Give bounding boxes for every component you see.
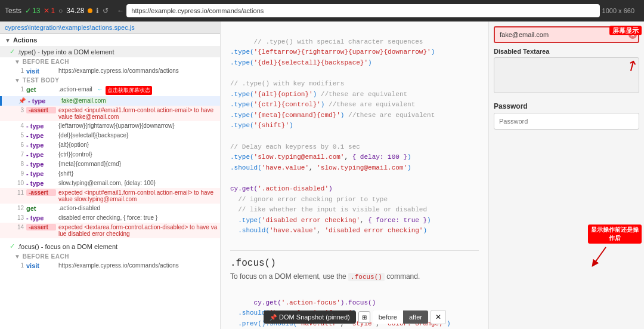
annotation-arrow-3 — [588, 246, 642, 272]
cmd-num-6: 6 — [14, 142, 24, 148]
cmd-val-type-4: {alt}{option} — [58, 142, 89, 148]
bottom-bar: 📌 DOM Snapshot (pinned) ⊞ before after ✕ — [221, 305, 489, 329]
left-panel: cypress\integration\examples\actions.spe… — [0, 21, 221, 329]
section-actions[interactable]: ▼ Actions — [0, 34, 220, 46]
url-bar[interactable]: https://example.cypress.io/commands/acti… — [126, 4, 599, 17]
test-body-label: ▼ TEST BODY — [0, 76, 220, 85]
cmd-row-type-7[interactable]: 9 - type {shift} — [0, 169, 220, 179]
elapsed-time: 34.28 — [66, 7, 84, 15]
cmd-num-5: 5 — [14, 132, 24, 139]
cmd-val-assert-2: expected <input#email1.form-control.acti… — [58, 189, 218, 202]
cmd-row-assert-3[interactable]: 14 -assert expected <textarea.form-contr… — [0, 223, 220, 238]
x-icon: ✕ — [44, 7, 49, 15]
cmd-num-9: 9 — [14, 170, 24, 177]
cmd-val-type-2: {leftarrow}{rightarrow}{uparrow}{downarr… — [58, 122, 175, 129]
cmd-name-assert-2: -assert — [26, 189, 56, 196]
url-text: https://example.cypress.io/commands/acti… — [131, 7, 264, 14]
cmd-row-type-9[interactable]: 13 - type disabled error checking, { for… — [0, 213, 220, 223]
cmd-name-type-2: - type — [26, 122, 56, 130]
cmd-val-type-5: {ctrl}{control} — [58, 151, 92, 158]
annotation-before-after: 显示操作前还是操作后 — [588, 225, 642, 272]
annotation-screen-display: 屏幕显示 — [609, 26, 642, 35]
password-label: Password — [494, 102, 639, 110]
right-panel: ✕ 屏幕显示 Disabled Textarea ↗ Password 显示操作… — [489, 21, 644, 329]
before-each-label-2: ▼ BEFORE EACH — [0, 252, 220, 261]
cmd-name-get: get — [26, 86, 56, 93]
top-bar-title: Tests — [5, 7, 21, 15]
preview-area: ✕ 屏幕显示 Disabled Textarea ↗ Password 显示操作… — [489, 21, 644, 134]
url-area: ← https://example.cypress.io/commands/ac… — [117, 4, 634, 17]
annotation-arrow: ← — [97, 86, 103, 93]
test-type-label: .type() - type into a DOM element — [17, 48, 114, 56]
cmd-num-3: 3 — [14, 107, 24, 113]
cmd-row-type-active[interactable]: 📌 - type fake@email.com — [0, 96, 220, 106]
cmd-val-assert-1: expected <input#email1.form-control.acti… — [58, 107, 218, 120]
cmd-val-type-3: {del}{selectall}{backspace} — [58, 132, 128, 139]
cmd-row-type-4[interactable]: 6 - type {alt}{option} — [0, 140, 220, 150]
cmd-num-12: 12 — [14, 205, 24, 211]
cmd-name-assert-3: -assert — [26, 224, 56, 230]
password-section: Password — [494, 102, 639, 130]
cmd-row-type-2[interactable]: 4 - type {leftarrow}{rightarrow}{uparrow… — [0, 121, 220, 131]
cmd-num-1: 1 — [14, 67, 24, 74]
cmd-row-assert-2[interactable]: 11 -assert expected <input#email1.form-c… — [0, 188, 220, 204]
focus-section-desc: To focus on a DOM element, use the .focu… — [230, 271, 479, 282]
cmd-num-pin: 📌 — [16, 97, 26, 104]
password-input[interactable] — [494, 113, 639, 130]
cmd-row-visit[interactable]: 1 visit https://example.cypress.io/comma… — [0, 66, 220, 76]
cmd-val-assert-3: expected <textarea.form-control.action-d… — [58, 224, 218, 237]
cmd-name-type-5: - type — [26, 151, 56, 158]
cmd-row-1[interactable]: 1 get .action-email ← 点击获取屏幕状态 — [0, 85, 220, 96]
cmd-row-visit-2[interactable]: 1 visit https://example.cypress.io/comma… — [0, 261, 220, 270]
cmd-name-type-6: - type — [26, 161, 56, 168]
arrow-left-icon[interactable]: ← — [117, 7, 124, 15]
info-icon: ℹ — [96, 7, 99, 15]
cmd-row-assert-1[interactable]: 3 -assert expected <input#email1.form-co… — [0, 106, 220, 121]
cmd-val-type-6: {meta}{command}{cmd} — [58, 161, 121, 167]
cmd-row-type-8[interactable]: 10 - type slow.typing@email.com, {delay:… — [0, 179, 220, 188]
close-button[interactable]: ✕ — [431, 310, 446, 324]
cmd-val-type-8: slow.typing@email.com, {delay: 100} — [58, 180, 156, 186]
viewport-size: 1000 x 660 — [602, 7, 634, 14]
file-header: cypress\integration\examples\actions.spe… — [0, 21, 220, 34]
check-icon: ✓ — [25, 7, 31, 15]
cmd-val-get: .action-email — [58, 86, 92, 93]
cmd-val-type-9: disabled error checking, { force: true } — [58, 214, 157, 221]
annotation-text-2: 屏幕显示 — [609, 26, 642, 35]
cmd-row-get-2[interactable]: 12 get .action-disabled — [0, 204, 220, 213]
cmd-row-type-6[interactable]: 8 - type {meta}{command}{cmd} — [0, 159, 220, 169]
section-divider — [230, 250, 479, 251]
desc-text-after: command. — [385, 272, 420, 281]
test-type-item[interactable]: ✓ .type() - type into a DOM element — [0, 46, 220, 57]
before-button[interactable]: before — [373, 310, 403, 324]
desc-text-before: To focus on a DOM element, use the — [230, 272, 348, 281]
cmd-num-v2: 1 — [14, 262, 24, 269]
cmd-val-visit-2: https://example.cypress.io/commands/acti… — [58, 262, 179, 269]
cmd-val-get-2: .action-disabled — [58, 205, 100, 211]
cmd-name-type-8: - type — [26, 180, 56, 187]
test-focus-label: .focus() - focus on a DOM element — [17, 243, 117, 250]
annotation-chinese1: 点击获取屏幕状态 — [106, 86, 152, 95]
cmd-name-type-3: - type — [26, 132, 56, 139]
fail-count: ✕ 1 — [44, 7, 55, 15]
collapse-arrow: ▼ — [5, 37, 11, 44]
dom-snapshot-button[interactable]: 📌 DOM Snapshot (pinned) — [264, 310, 356, 324]
cmd-num-7: 7 — [14, 151, 24, 158]
cmd-row-type-5[interactable]: 7 - type {ctrl}{control} — [0, 150, 220, 159]
test-list: ▼ Actions ✓ .type() - type into a DOM el… — [0, 34, 220, 329]
cmd-row-type-3[interactable]: 5 - type {del}{selectall}{backspace} — [0, 131, 220, 140]
focus-section-title: .focus() — [230, 258, 479, 269]
cmd-name-type-9: - type — [26, 214, 56, 222]
cmd-name-visit: visit — [26, 67, 56, 75]
cmd-name-type: - type — [28, 97, 58, 104]
after-button[interactable]: after — [403, 310, 428, 324]
cmd-val-type: fake@email.com — [60, 97, 107, 104]
refresh-icon[interactable]: ↺ — [103, 7, 109, 15]
test-focus-item[interactable]: ✓ .focus() - focus on a DOM element — [0, 241, 220, 252]
cmd-name-visit-2: visit — [26, 262, 56, 269]
warning-dot — [88, 8, 92, 13]
grid-view-button[interactable]: ⊞ — [358, 311, 370, 323]
disabled-textarea-label: Disabled Textarea — [494, 48, 639, 55]
middle-panel: // .type() with special character sequen… — [221, 21, 489, 329]
cmd-num: 1 — [14, 86, 24, 93]
